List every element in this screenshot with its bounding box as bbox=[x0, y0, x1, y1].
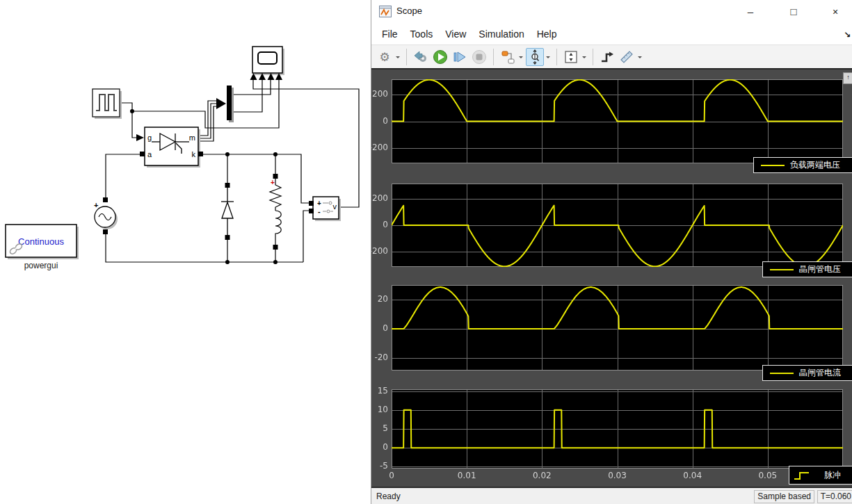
zoom-y-button[interactable] bbox=[526, 48, 544, 66]
status-sim-time: T=0.060 bbox=[817, 490, 852, 503]
status-sample-mode: Sample based bbox=[754, 490, 814, 503]
menu-file[interactable]: File bbox=[376, 26, 404, 42]
signal-selector-button[interactable] bbox=[499, 48, 517, 66]
powergui-name-label: powergui bbox=[24, 261, 58, 270]
step-forward-button[interactable] bbox=[451, 48, 469, 66]
signal-selector-icon bbox=[500, 49, 515, 65]
powergui-mode-label: Continuous bbox=[18, 236, 64, 247]
port-label-k: k bbox=[192, 150, 196, 158]
configuration-button[interactable]: ⚙ bbox=[376, 48, 394, 66]
gear-icon: ⚙ bbox=[379, 51, 389, 63]
scale-axes-button[interactable] bbox=[562, 48, 580, 66]
maximize-button[interactable]: □ bbox=[783, 4, 804, 19]
play-icon bbox=[433, 49, 448, 65]
zoom-y-dropdown[interactable] bbox=[545, 48, 552, 66]
scope-figure: ↑ 负载两端电压 晶闸管电压 晶闸管电流 脉冲 bbox=[371, 68, 852, 487]
measurements-button[interactable] bbox=[618, 48, 636, 66]
legend-thyristor-voltage[interactable]: 晶闸管电压 bbox=[762, 261, 852, 277]
scope-app-icon bbox=[379, 6, 392, 17]
powergui-block[interactable]: Continuous powergui bbox=[6, 225, 79, 270]
status-ready: Ready bbox=[376, 491, 401, 501]
legend-thyristor-current[interactable]: 晶闸管电流 bbox=[762, 365, 852, 381]
trigger-button[interactable] bbox=[598, 48, 616, 66]
legend-step-sample bbox=[794, 470, 810, 481]
panel-arrow-icon[interactable]: ↑ bbox=[843, 72, 852, 84]
configuration-dropdown[interactable] bbox=[394, 48, 401, 66]
signal-selector-dropdown[interactable] bbox=[517, 48, 524, 66]
zoom-y-icon bbox=[527, 49, 542, 65]
demux-block[interactable] bbox=[227, 86, 234, 122]
toolbar: ⚙ bbox=[371, 44, 852, 70]
vm-v-label: v bbox=[333, 202, 337, 211]
dock-arrow-icon[interactable]: ↘ bbox=[844, 30, 851, 40]
gear-arrow-icon bbox=[413, 49, 428, 65]
thyristor-block[interactable]: g a m k bbox=[140, 127, 203, 168]
legend-line-sample bbox=[770, 269, 794, 270]
titlebar: Scope – □ × bbox=[371, 0, 852, 23]
scope-window: Scope – □ × File Tools View Simulation H… bbox=[371, 0, 852, 504]
rl-load-block[interactable]: + bbox=[270, 174, 281, 250]
legend-line-sample bbox=[761, 165, 785, 166]
close-button[interactable]: × bbox=[825, 4, 846, 19]
run-button[interactable] bbox=[431, 48, 449, 66]
scale-axes-icon bbox=[563, 49, 579, 65]
port-label-g: g bbox=[147, 133, 152, 142]
diode-symbol-icon bbox=[221, 188, 234, 235]
pulse-generator-block[interactable] bbox=[93, 89, 122, 119]
menu-tools[interactable]: Tools bbox=[404, 26, 440, 42]
minimize-button[interactable]: – bbox=[740, 4, 761, 19]
legend-load-voltage[interactable]: 负载两端电压 bbox=[753, 157, 852, 173]
menu-view[interactable]: View bbox=[439, 26, 472, 42]
step-forward-icon bbox=[452, 49, 467, 65]
window-title: Scope bbox=[396, 6, 422, 16]
legend-line-sample bbox=[770, 373, 794, 374]
menu-simulation[interactable]: Simulation bbox=[472, 26, 530, 42]
diode-block[interactable] bbox=[221, 183, 234, 240]
highlight-block-button[interactable] bbox=[412, 48, 430, 66]
resistor-inductor-icon bbox=[270, 179, 281, 245]
port-label-a: a bbox=[147, 150, 152, 158]
source-plus-label: + bbox=[94, 201, 98, 209]
trigger-icon bbox=[600, 49, 615, 65]
measurements-dropdown[interactable] bbox=[636, 48, 643, 66]
voltage-measurement-block[interactable]: + - v bbox=[309, 197, 341, 221]
vm-plus-label: + bbox=[317, 200, 321, 207]
scope-block[interactable] bbox=[250, 47, 285, 80]
scope-screen-icon bbox=[258, 52, 277, 64]
legend-pulse[interactable]: 脉冲 bbox=[789, 466, 852, 485]
vm-minus-label: - bbox=[318, 207, 321, 216]
wire-junctions bbox=[130, 98, 278, 264]
stop-button[interactable] bbox=[470, 48, 488, 66]
ruler-icon bbox=[619, 49, 634, 65]
simulink-canvas[interactable]: g a m k + - v bbox=[0, 0, 371, 504]
menubar: File Tools View Simulation Help ↘ bbox=[371, 23, 852, 44]
ac-voltage-source-block[interactable]: + bbox=[94, 197, 118, 234]
menu-help[interactable]: Help bbox=[531, 26, 563, 42]
stop-icon bbox=[472, 49, 487, 65]
statusbar: Ready Sample based T=0.060 bbox=[371, 487, 852, 504]
scale-axes-dropdown[interactable] bbox=[581, 48, 588, 66]
scope-plots-canvas[interactable] bbox=[371, 70, 852, 488]
port-label-m: m bbox=[189, 133, 195, 142]
rl-plus-label: + bbox=[271, 179, 275, 186]
